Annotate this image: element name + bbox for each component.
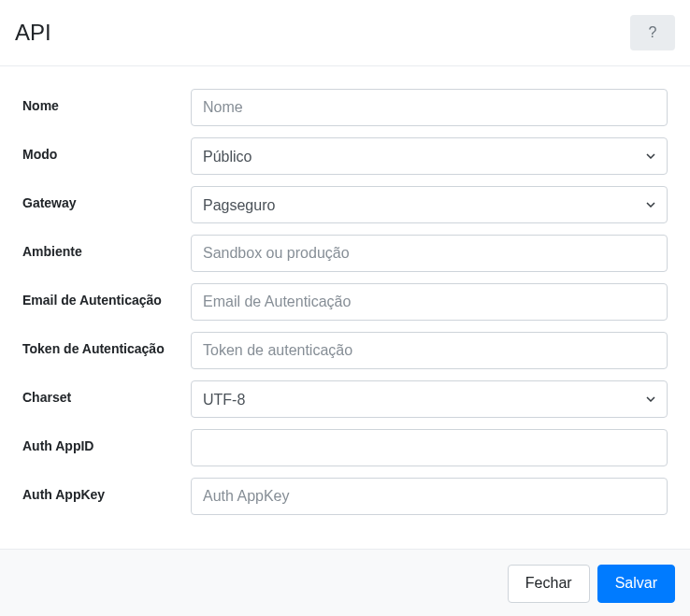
input-appid[interactable] (191, 429, 668, 466)
field-appkey: Auth AppKey (22, 478, 668, 515)
field-appid: Auth AppID (22, 429, 668, 466)
label-appid: Auth AppID (22, 429, 191, 454)
select-gateway[interactable]: Pagseguro (191, 186, 668, 223)
form-body: Nome Modo Público Gateway Pagseguro (0, 66, 690, 549)
label-modo: Modo (22, 137, 191, 163)
select-modo[interactable]: Público (191, 137, 668, 175)
label-nome: Nome (22, 89, 191, 114)
label-token: Token de Autenticação (22, 332, 191, 357)
label-ambiente: Ambiente (22, 235, 191, 260)
field-gateway: Gateway Pagseguro (22, 186, 668, 223)
field-charset: Charset UTF-8 (22, 380, 668, 418)
select-charset[interactable]: UTF-8 (191, 380, 668, 418)
input-ambiente[interactable] (191, 235, 668, 272)
field-token: Token de Autenticação (22, 332, 668, 369)
input-email[interactable] (191, 283, 668, 321)
label-appkey: Auth AppKey (22, 478, 191, 503)
save-button[interactable]: Salvar (597, 565, 675, 603)
page-title: API (15, 20, 51, 46)
label-gateway: Gateway (22, 186, 191, 211)
field-email: Email de Autenticação (22, 283, 668, 321)
field-modo: Modo Público (22, 137, 668, 175)
field-ambiente: Ambiente (22, 235, 668, 272)
modal-header: API ? (0, 0, 690, 66)
input-nome[interactable] (191, 89, 668, 126)
close-button[interactable]: Fechar (508, 565, 590, 603)
label-email: Email de Autenticação (22, 283, 191, 308)
modal-footer: Fechar Salvar (0, 549, 690, 616)
field-nome: Nome (22, 89, 668, 126)
help-button[interactable]: ? (630, 15, 675, 50)
input-token[interactable] (191, 332, 668, 369)
label-charset: Charset (22, 380, 191, 406)
input-appkey[interactable] (191, 478, 668, 515)
